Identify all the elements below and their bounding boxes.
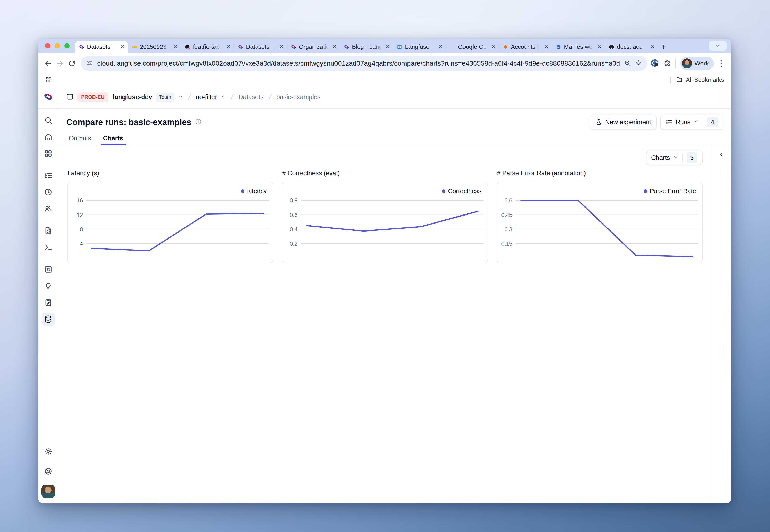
sidebar-item-scores[interactable]	[42, 263, 55, 276]
chart-title: # Correctness (eval)	[282, 170, 488, 177]
sidebar-item-settings[interactable]	[42, 445, 55, 458]
tab-close-icon[interactable]: ✕	[120, 44, 125, 50]
tab-close-icon[interactable]: ✕	[650, 44, 655, 50]
browser-tab[interactable]: docs: add ✕	[605, 41, 658, 53]
browser-tab[interactable]: Datasets | L ✕	[75, 41, 128, 53]
all-bookmarks-button[interactable]: All Bookmarks	[686, 77, 724, 83]
svg-text:16: 16	[77, 197, 83, 204]
sidebar-item-playground[interactable]	[42, 241, 55, 254]
organization-name[interactable]: langfuse-dev	[113, 93, 152, 101]
url-text[interactable]: cloud.langfuse.com/project/cmfwgv8fx002o…	[97, 60, 620, 67]
sidebar-item-support[interactable]	[42, 465, 55, 478]
browser-tab[interactable]: Google Ge ✕	[446, 41, 499, 53]
browser-tab[interactable]: Blog - Lang ✕	[340, 41, 393, 53]
site-settings-icon[interactable]	[86, 60, 93, 67]
tab-close-icon[interactable]: ✕	[597, 44, 602, 50]
runs-selector-button[interactable]: Runs 4	[660, 115, 723, 130]
chevron-left-icon[interactable]	[718, 151, 725, 158]
tab-close-icon[interactable]: ✕	[332, 44, 337, 50]
sidebar-item-search[interactable]	[42, 114, 55, 127]
maximize-window-button[interactable]	[64, 43, 70, 48]
address-bar[interactable]: cloud.langfuse.com/project/cmfwgv8fx002o…	[81, 56, 647, 71]
minimize-window-button[interactable]	[55, 43, 60, 48]
lightbulb-icon	[44, 282, 52, 290]
langfuse-favicon	[238, 44, 243, 50]
tab-close-icon[interactable]: ✕	[173, 44, 178, 50]
browser-tab[interactable]: Marlies we ✕	[552, 41, 605, 53]
browser-tab[interactable]: Accounts | ✕	[499, 41, 552, 53]
sidebar-item-users[interactable]	[42, 202, 55, 215]
svg-text:0.8: 0.8	[290, 197, 298, 204]
charts-selector-button[interactable]: Charts 3	[646, 151, 703, 165]
close-window-button[interactable]	[45, 43, 50, 48]
sidebar-item-tracing[interactable]	[42, 169, 55, 182]
chevron-down-icon	[694, 118, 699, 126]
chevron-down-icon[interactable]	[221, 94, 226, 100]
tab-title: Accounts |	[511, 44, 541, 50]
langfuse-logo[interactable]	[38, 86, 59, 109]
latency-chart[interactable]: 161284 latency	[67, 182, 273, 263]
tab-charts[interactable]: Charts	[102, 132, 124, 145]
main-content: PROD-EU langfuse-dev Team / no-filter / …	[59, 86, 731, 503]
tab-close-icon[interactable]: ✕	[279, 44, 284, 50]
charts-panel: Charts 3 Latency (s) 161284	[59, 145, 711, 503]
bookmark-star-icon[interactable]	[635, 60, 642, 67]
browser-tab[interactable]: feat(io-tab ✕	[181, 41, 234, 53]
new-experiment-label: New experiment	[605, 118, 651, 126]
sidebar-item-home[interactable]	[42, 130, 55, 143]
browser-tab-strip: Datasets | L ✕ 20250923 ✕ feat(io-tab ✕ …	[38, 39, 731, 53]
browser-tab[interactable]: Organizatio ✕	[287, 41, 340, 53]
project-name[interactable]: no-filter	[196, 93, 217, 101]
sidebar-item-evaluators[interactable]	[42, 279, 55, 292]
browser-menu-icon[interactable]: ⋮	[717, 59, 725, 68]
chevron-down-icon[interactable]	[178, 94, 183, 100]
browser-tab[interactable]: 20250923 ✕	[128, 41, 181, 53]
tab-close-icon[interactable]: ✕	[544, 44, 549, 50]
legend-label: latency	[247, 188, 267, 195]
legend-dot	[241, 189, 245, 193]
info-icon[interactable]	[195, 118, 202, 126]
tab-close-icon[interactable]: ✕	[491, 44, 496, 50]
tab-close-icon[interactable]: ✕	[385, 44, 390, 50]
user-avatar[interactable]	[41, 485, 55, 498]
langfuse-app: PROD-EU langfuse-dev Team / no-filter / …	[38, 86, 731, 503]
browser-tab[interactable]: Langfuse - ✕	[393, 41, 446, 53]
parse-error-rate-chart[interactable]: 0.60.450.30.15 Parse Error Rate	[496, 182, 703, 263]
legend-label: Parse Error Rate	[650, 188, 696, 195]
page-tabs: Outputs Charts	[59, 132, 731, 145]
zoom-page-icon[interactable]	[624, 60, 631, 67]
breadcrumb-datasets[interactable]: Datasets	[238, 93, 263, 101]
svg-text:0.3: 0.3	[504, 226, 512, 233]
password-manager-extension-icon[interactable]	[650, 58, 659, 68]
tab-search-button[interactable]	[709, 41, 727, 51]
tab-title: Datasets | L	[87, 44, 117, 50]
tab-title: 20250923	[140, 44, 170, 50]
dashboard-grid-icon	[44, 149, 52, 158]
sidebar-item-sessions[interactable]	[42, 186, 55, 199]
tab-outputs[interactable]: Outputs	[68, 132, 92, 145]
svg-text:0.15: 0.15	[501, 241, 512, 247]
extensions-puzzle-icon[interactable]	[663, 59, 671, 68]
legend-dot	[442, 189, 445, 193]
sidebar-toggle-icon[interactable]	[66, 93, 74, 101]
new-experiment-button[interactable]: New experiment	[590, 115, 657, 130]
github-favicon	[609, 44, 614, 50]
forward-button[interactable]	[54, 57, 66, 69]
profile-button[interactable]: Work	[680, 57, 714, 70]
breadcrumb-dataset-name[interactable]: basic-examples	[276, 93, 321, 101]
sidebar-item-datasets[interactable]	[42, 313, 55, 326]
svg-text:0.4: 0.4	[290, 226, 298, 233]
tab-close-icon[interactable]: ✕	[438, 44, 443, 50]
correctness-chart[interactable]: 0.80.60.40.2 Correctness	[282, 182, 488, 263]
browser-tab[interactable]: Datasets | L ✕	[234, 41, 287, 53]
tab-close-icon[interactable]: ✕	[226, 44, 231, 50]
reload-button[interactable]	[66, 57, 78, 69]
sidebar-item-dashboards[interactable]	[42, 147, 55, 160]
apps-grid-icon[interactable]	[45, 76, 52, 84]
github-check-fail-favicon	[185, 44, 190, 50]
back-button[interactable]	[42, 57, 54, 69]
sidebar-item-prompts[interactable]	[42, 224, 55, 237]
chart-title: # Parse Error Rate (annotation)	[497, 170, 703, 177]
new-tab-button[interactable]	[658, 41, 669, 53]
sidebar-item-annotation[interactable]	[42, 296, 55, 309]
